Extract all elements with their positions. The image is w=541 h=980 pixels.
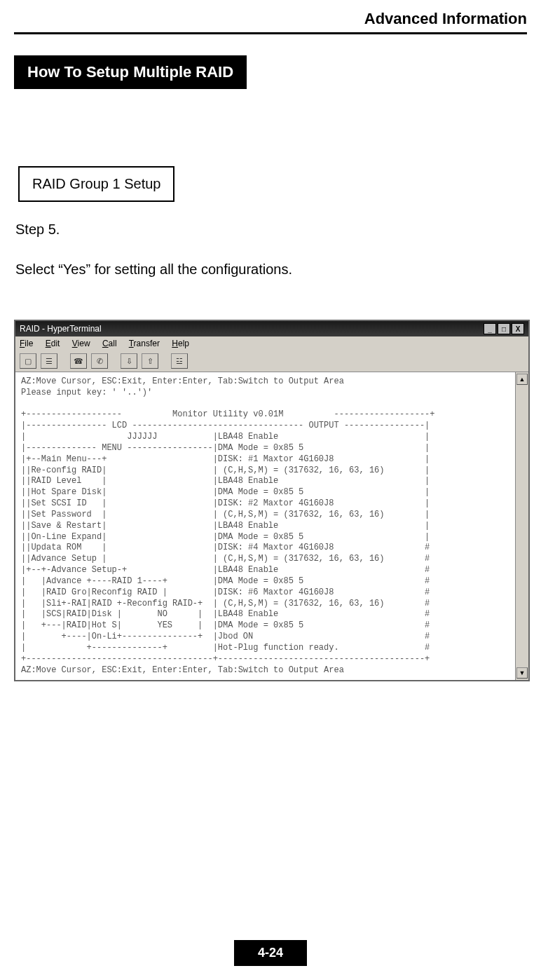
menu-view[interactable]: View	[72, 339, 90, 348]
header-rule	[14, 32, 527, 34]
menubar: FFileile Edit View Call Transfer Help	[15, 336, 528, 351]
maximize-button[interactable]: □	[498, 323, 510, 334]
menu-file[interactable]: FFileile	[20, 339, 33, 348]
receive-icon[interactable]: ⇧	[142, 353, 158, 369]
hyperterminal-window: RAID - HyperTerminal _ □ X FFileile Edit…	[14, 320, 530, 681]
scroll-up-icon[interactable]: ▲	[516, 374, 528, 385]
menu-transfer[interactable]: Transfer	[129, 339, 160, 348]
window-sysbuttons: _ □ X	[484, 323, 524, 334]
window-title: RAID - HyperTerminal	[20, 324, 102, 334]
page-header-title: Advanced Information	[14, 0, 527, 28]
send-icon[interactable]: ⇩	[121, 353, 137, 369]
disconnect-icon[interactable]: ✆	[91, 353, 108, 369]
connect-icon[interactable]: ☎	[70, 353, 87, 369]
close-button[interactable]: X	[512, 323, 524, 334]
toolbar: ▢ ☰ ☎ ✆ ⇩ ⇧ ☳	[15, 351, 528, 372]
scrollbar[interactable]: ▲ ▼	[515, 372, 528, 680]
open-icon[interactable]: ☰	[41, 353, 57, 369]
terminal-output: AZ:Move Cursor, ESC:Exit, Enter:Enter, T…	[15, 372, 515, 680]
menu-edit[interactable]: Edit	[46, 339, 60, 348]
section-heading: How To Setup Multiple RAID	[14, 55, 247, 89]
step-label: Step 5.	[15, 222, 527, 238]
menu-call[interactable]: Call	[102, 339, 117, 348]
page-number: 4-24	[234, 940, 307, 966]
minimize-button[interactable]: _	[484, 323, 496, 334]
properties-icon[interactable]: ☳	[171, 353, 188, 369]
new-doc-icon[interactable]: ▢	[20, 353, 36, 369]
instruction-text: Select “Yes” for setting all the configu…	[15, 261, 527, 278]
scroll-down-icon[interactable]: ▼	[516, 667, 528, 679]
menu-help[interactable]: Help	[172, 339, 189, 348]
window-titlebar: RAID - HyperTerminal _ □ X	[15, 321, 528, 336]
callout-box: RAID Group 1 Setup	[18, 166, 174, 202]
